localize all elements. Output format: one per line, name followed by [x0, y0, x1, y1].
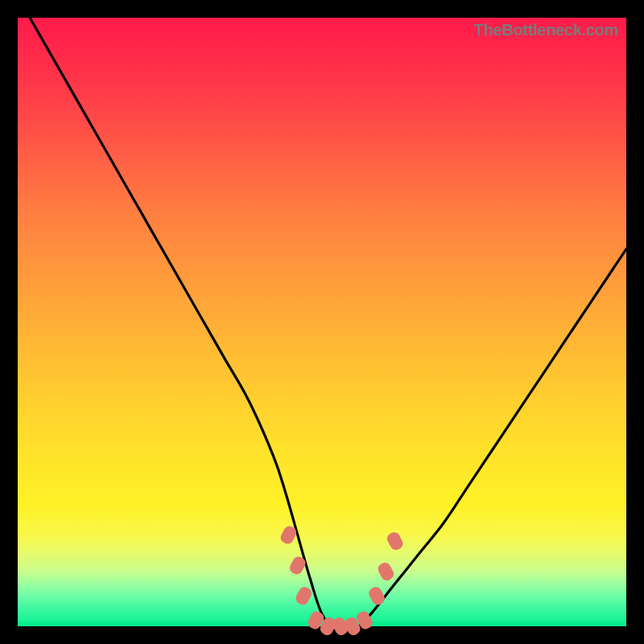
- valley-markers: [279, 524, 405, 637]
- chart-frame: TheBottleneck.com: [0, 0, 644, 644]
- svg-rect-10: [385, 530, 404, 552]
- svg-rect-2: [294, 585, 313, 607]
- svg-rect-8: [367, 585, 386, 607]
- bottleneck-curve: [30, 18, 626, 627]
- chart-plot-area: TheBottleneck.com: [18, 18, 626, 626]
- watermark-text: TheBottleneck.com: [474, 21, 618, 39]
- svg-rect-9: [376, 560, 395, 582]
- chart-svg: [18, 18, 626, 626]
